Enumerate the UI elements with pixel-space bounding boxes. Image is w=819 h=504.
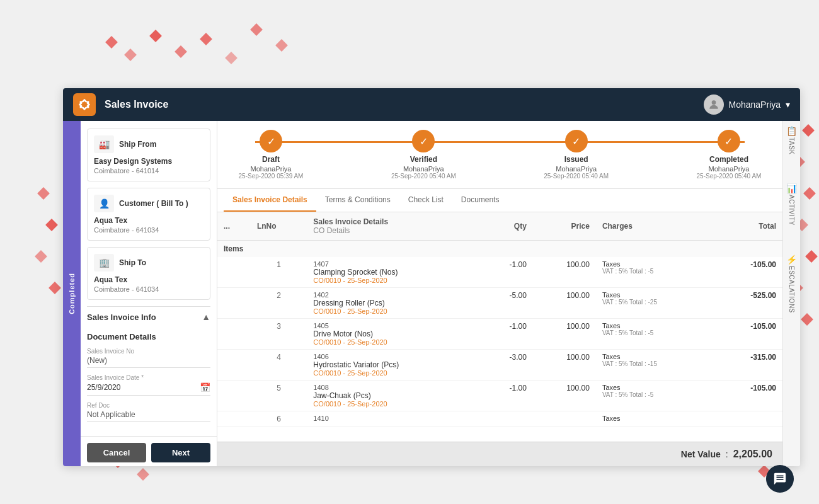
row1-total: -105.00: [715, 257, 782, 288]
calendar-icon: 📅: [200, 382, 210, 392]
row5-qty: -1.00: [480, 381, 533, 411]
user-menu[interactable]: MohanaPriya ▾: [704, 94, 791, 115]
step-verified-user: MohanaPriya: [403, 165, 444, 173]
ref-doc-label: Ref Doc: [87, 402, 210, 409]
customer-address: Coimbatore - 641034: [94, 226, 203, 234]
col-dots: ...: [217, 212, 251, 241]
ship-to-section: 🏢 Ship To Aqua Tex Coimbatore - 641034: [87, 247, 210, 300]
ship-from-title: Ship From: [119, 140, 156, 149]
status-label: Completed: [68, 273, 76, 314]
tab-check-list[interactable]: Check List: [399, 189, 452, 212]
activity-label: Activity: [788, 195, 795, 226]
row5-dots: [217, 381, 251, 411]
net-value-colon: :: [726, 449, 728, 459]
row2-ln: 2: [251, 288, 307, 319]
table-header-row: ... LnNo Sales Invoice DetailsCO Details…: [217, 212, 782, 241]
right-panel-escalations[interactable]: ⚡ Escalations: [786, 255, 797, 313]
step-verified-circle: ✓: [412, 130, 435, 152]
tab-sales-invoice-details[interactable]: Sales Invoice Details: [224, 189, 316, 212]
row2-details: 1402 Dressing Roller (Pcs) CO/0010 - 25-…: [307, 288, 480, 319]
row3-total: -105.00: [715, 319, 782, 350]
doc-details-title: Document Details: [87, 332, 210, 341]
step-verified: ✓ Verified MohanaPriya 25-Sep-2020 05:40…: [382, 130, 464, 180]
table-row: 1 1407 Clamping Sprocket (Nos) CO/0010 -…: [217, 257, 782, 288]
row5-charges: Taxes VAT : 5% Total : -5: [596, 381, 715, 411]
right-panel-task[interactable]: 📋 Task: [786, 126, 797, 154]
ship-from-company: Easy Design Systems: [94, 157, 203, 166]
ship-to-icon: 🏢: [94, 254, 114, 272]
col-details: Sales Invoice DetailsCO Details: [307, 212, 480, 241]
ship-from-icon: 🏭: [94, 135, 114, 153]
sidebar: Completed 🏭 Ship From Easy Design System…: [63, 121, 217, 466]
step-draft: ✓ Draft MohanaPriya 25-Sep-2020 05:39 AM: [230, 130, 312, 180]
row1-qty: -1.00: [480, 257, 533, 288]
col-lnno: LnNo: [251, 212, 307, 241]
page-title: Sales Invoice: [105, 99, 704, 110]
tabs: Sales Invoice Details Terms & Conditions…: [217, 189, 782, 212]
customer-header: 👤 Customer ( Bill To ): [94, 195, 203, 212]
progress-bar: ✓ Draft MohanaPriya 25-Sep-2020 05:39 AM…: [217, 121, 782, 189]
app-logo: [73, 93, 96, 116]
ref-doc-value: Not Applicable: [87, 410, 210, 422]
step-completed-label: Completed: [709, 155, 748, 164]
sales-invoice-date-label: Sales Invoice Date *: [87, 374, 210, 381]
table-row: 4 1406 Hydrostatic Variator (Pcs) CO/001…: [217, 350, 782, 381]
step-verified-date: 25-Sep-2020 05:40 AM: [391, 173, 456, 180]
row5-ln: 5: [251, 381, 307, 411]
next-button[interactable]: Next: [151, 443, 210, 462]
step-draft-circle: ✓: [260, 130, 282, 152]
chat-button[interactable]: [766, 465, 794, 493]
sales-invoice-date-field: Sales Invoice Date * 25/9/2020 📅: [87, 374, 210, 396]
main-content: ✓ Draft MohanaPriya 25-Sep-2020 05:39 AM…: [217, 121, 782, 466]
customer-title: Customer ( Bill To ): [119, 199, 188, 208]
step-completed-user: MohanaPriya: [709, 165, 750, 173]
sales-invoice-no-label: Sales Invoice No: [87, 348, 210, 355]
tab-documents[interactable]: Documents: [452, 189, 508, 212]
chat-icon: [773, 472, 787, 486]
row3-price: 100.00: [533, 319, 596, 350]
items-label: Items: [217, 241, 782, 258]
cancel-button[interactable]: Cancel: [87, 443, 146, 462]
ship-to-header: 🏢 Ship To: [94, 254, 203, 272]
row1-price: 100.00: [533, 257, 596, 288]
row5-total: -105.00: [715, 381, 782, 411]
row4-total: -315.00: [715, 350, 782, 381]
row4-ln: 4: [251, 350, 307, 381]
table-row: 3 1405 Drive Motor (Nos) CO/0010 - 25-Se…: [217, 319, 782, 350]
sales-invoice-date-input[interactable]: 25/9/2020 📅: [87, 382, 210, 396]
step-draft-date: 25-Sep-2020 05:39 AM: [239, 173, 304, 180]
sidebar-content: 🏭 Ship From Easy Design Systems Coimbato…: [81, 121, 217, 436]
row1-dots: [217, 257, 251, 288]
step-issued: ✓ Issued MohanaPriya 25-Sep-2020 05:40 A…: [536, 130, 617, 180]
row4-qty: -3.00: [480, 350, 533, 381]
table-area: ... LnNo Sales Invoice DetailsCO Details…: [217, 212, 782, 442]
row3-details: 1405 Drive Motor (Nos) CO/0010 - 25-Sep-…: [307, 319, 480, 350]
right-panel: 📋 Task 📊 Activity ⚡ Escalations: [782, 121, 800, 466]
step-verified-label: Verified: [410, 155, 437, 164]
row2-charges: Taxes VAT : 5% Total : -25: [596, 288, 715, 319]
info-section-title: Sales Invoice Info: [87, 312, 156, 322]
row1-details: 1407 Clamping Sprocket (Nos) CO/0010 - 2…: [307, 257, 480, 288]
sales-invoice-no-field: Sales Invoice No (New): [87, 348, 210, 368]
escalations-icon: ⚡: [786, 255, 797, 265]
row6-charges: Taxes: [596, 411, 715, 427]
row6-details: 1410: [307, 411, 480, 427]
chevron-up-icon[interactable]: ▲: [202, 312, 210, 322]
avatar: [704, 94, 724, 115]
right-panel-activity[interactable]: 📊 Activity: [786, 183, 797, 226]
body: Completed 🏭 Ship From Easy Design System…: [63, 121, 800, 466]
step-draft-label: Draft: [262, 155, 280, 164]
customer-icon: 👤: [94, 195, 114, 212]
logo-icon: [77, 98, 91, 112]
step-issued-user: MohanaPriya: [556, 165, 597, 173]
row4-dots: [217, 350, 251, 381]
tab-terms-conditions[interactable]: Terms & Conditions: [316, 189, 399, 212]
ship-to-company: Aqua Tex: [94, 275, 203, 284]
row5-price: 100.00: [533, 381, 596, 411]
row6-price: [533, 411, 596, 427]
ship-from-header: 🏭 Ship From: [94, 135, 203, 153]
row2-total: -525.00: [715, 288, 782, 319]
progress-steps: ✓ Draft MohanaPriya 25-Sep-2020 05:39 AM…: [230, 130, 770, 188]
status-bar: Completed: [63, 121, 81, 466]
row2-price: 100.00: [533, 288, 596, 319]
